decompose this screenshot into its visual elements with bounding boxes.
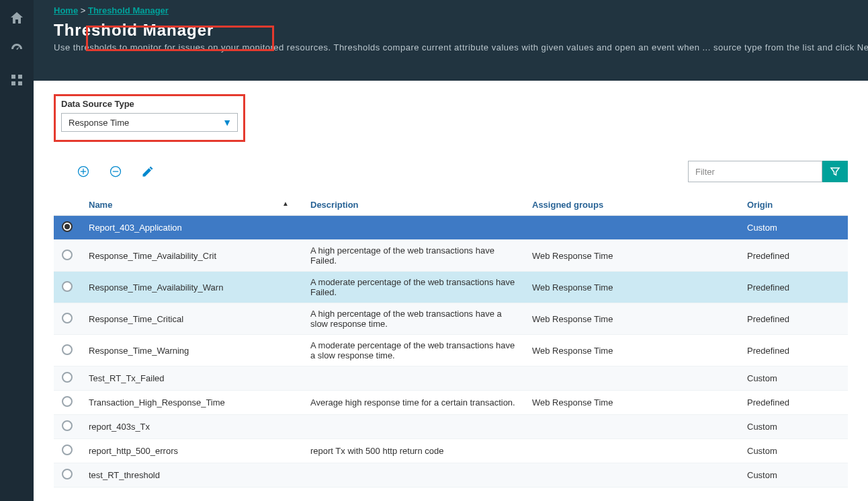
row-name: Response_Time_Critical <box>81 303 302 335</box>
row-origin: Custom <box>739 463 848 488</box>
filter-button[interactable] <box>822 161 848 182</box>
table-row[interactable]: Report_403_ApplicationCustom <box>54 216 848 240</box>
row-description <box>302 216 524 240</box>
row-radio[interactable] <box>62 221 73 232</box>
col-header-groups[interactable]: Assigned groups <box>524 194 739 216</box>
row-origin: Predefined <box>739 240 848 272</box>
table-row[interactable]: report_403s_TxCustom <box>54 415 848 439</box>
row-name: Response_Time_Availability_Crit <box>81 240 302 272</box>
row-radio[interactable] <box>62 281 73 292</box>
filter-input[interactable] <box>688 161 822 182</box>
row-radio[interactable] <box>62 372 73 383</box>
row-description: A high percentage of the web transaction… <box>302 303 524 335</box>
row-name: report_http_500_errors <box>81 439 302 463</box>
row-description: Average high response time for a certain… <box>302 391 524 415</box>
row-groups: Web Response Time <box>524 272 739 303</box>
row-origin: Custom <box>739 367 848 391</box>
dst-value: Response Time <box>69 118 129 128</box>
row-radio[interactable] <box>62 344 73 355</box>
row-origin: Predefined <box>739 272 848 303</box>
table-row[interactable]: report_http_500_errorsreport Tx with 500… <box>54 439 848 463</box>
page-title: Threshold Manager <box>54 21 848 40</box>
content-area: Data Source Type Response Time ▼ <box>34 81 868 501</box>
row-description <box>302 415 524 439</box>
row-radio[interactable] <box>62 313 73 323</box>
breadcrumb-home-link[interactable]: Home <box>54 5 78 15</box>
row-groups <box>524 216 739 240</box>
dst-select[interactable]: Response Time ▼ <box>61 113 238 132</box>
row-groups <box>524 367 739 391</box>
row-groups: Web Response Time <box>524 303 739 335</box>
edit-button[interactable] <box>138 162 157 181</box>
row-description <box>302 463 524 488</box>
table-row[interactable]: Response_Time_Availability_WarnA moderat… <box>54 272 848 303</box>
row-name: Response_Time_Warning <box>81 335 302 367</box>
col-header-name[interactable]: Name ▲ <box>81 194 302 216</box>
row-groups: Web Response Time <box>524 391 739 415</box>
row-description: A high percentage of the web transaction… <box>302 240 524 272</box>
row-name: Transaction_High_Response_Time <box>81 391 302 415</box>
tools-icon[interactable] <box>9 72 25 88</box>
row-description: A moderate percentage of the web transac… <box>302 272 524 303</box>
row-groups: Web Response Time <box>524 240 739 272</box>
highlight-box-dst: Data Source Type Response Time ▼ <box>54 94 245 142</box>
sort-asc-icon: ▲ <box>282 200 289 207</box>
table-row[interactable]: Transaction_High_Response_TimeAverage hi… <box>54 391 848 415</box>
row-name: Response_Time_Availability_Warn <box>81 272 302 303</box>
toolbar <box>54 161 848 182</box>
thresholds-table: Name ▲ Description Assigned groups Origi… <box>54 194 848 488</box>
chevron-down-icon: ▼ <box>222 117 232 128</box>
row-name: Report_403_Application <box>81 216 302 240</box>
new-button[interactable] <box>74 162 93 181</box>
row-radio[interactable] <box>62 420 73 431</box>
row-description <box>302 367 524 391</box>
table-row[interactable]: Test_RT_Tx_FailedCustom <box>54 367 848 391</box>
table-row[interactable]: Response_Time_Availability_CritA high pe… <box>54 240 848 272</box>
row-origin: Custom <box>739 415 848 439</box>
home-icon[interactable] <box>9 10 25 26</box>
row-name: Test_RT_Tx_Failed <box>81 367 302 391</box>
page-header: Home > Threshold Manager Threshold Manag… <box>34 0 868 81</box>
row-description: report Tx with 500 http return code <box>302 439 524 463</box>
breadcrumb: Home > Threshold Manager <box>54 5 848 15</box>
col-header-description[interactable]: Description <box>302 194 524 216</box>
row-radio[interactable] <box>62 445 73 455</box>
row-name: test_RT_threshold <box>81 463 302 488</box>
page-subtitle: Use thresholds to monitor for issues on … <box>54 42 848 52</box>
row-origin: Custom <box>739 439 848 463</box>
table-row[interactable]: test_RT_thresholdCustom <box>54 463 848 488</box>
filter-group <box>688 161 848 182</box>
row-origin: Predefined <box>739 303 848 335</box>
breadcrumb-current-link[interactable]: Threshold Manager <box>88 5 169 15</box>
dst-label: Data Source Type <box>61 99 238 109</box>
dashboard-icon[interactable] <box>9 41 25 57</box>
row-radio[interactable] <box>62 396 73 407</box>
row-origin: Predefined <box>739 391 848 415</box>
row-groups <box>524 439 739 463</box>
row-groups <box>524 463 739 488</box>
row-radio[interactable] <box>62 469 73 479</box>
table-row[interactable]: Response_Time_WarningA moderate percenta… <box>54 335 848 367</box>
table-row[interactable]: Response_Time_CriticalA high percentage … <box>54 303 848 335</box>
col-header-origin[interactable]: Origin <box>739 194 848 216</box>
row-origin: Predefined <box>739 335 848 367</box>
row-radio[interactable] <box>62 249 73 260</box>
side-rail <box>0 0 34 501</box>
row-groups <box>524 415 739 439</box>
row-name: report_403s_Tx <box>81 415 302 439</box>
row-groups: Web Response Time <box>524 335 739 367</box>
row-description: A moderate percentage of the web transac… <box>302 335 524 367</box>
delete-button[interactable] <box>106 162 125 181</box>
row-origin: Custom <box>739 216 848 240</box>
